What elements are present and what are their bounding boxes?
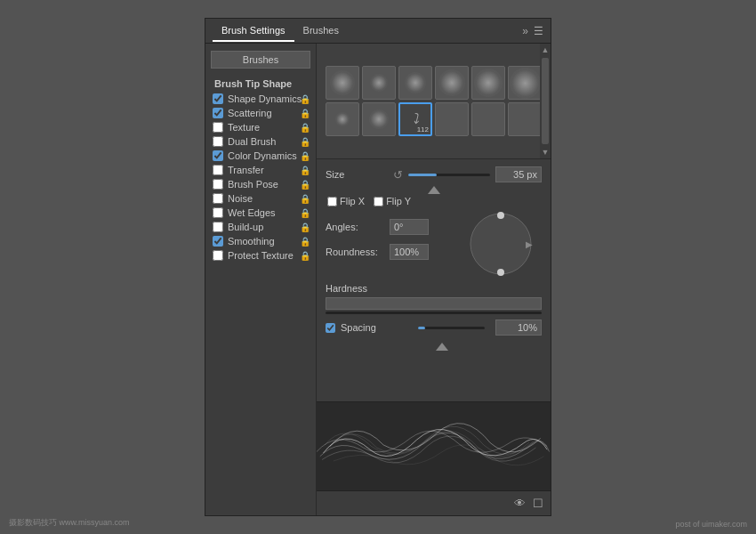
preview-scrollbar[interactable]: ▲ ▼ [540,44,551,158]
spacing-slider-track[interactable] [418,327,485,329]
menu-icon[interactable]: ☰ [534,25,543,37]
brush-cell-8[interactable] [362,102,396,136]
brush-cell-6[interactable] [508,66,542,100]
label-wet-edges: Wet Edges [228,207,310,218]
tab-brushes[interactable]: Brushes [294,20,348,42]
roundness-input[interactable] [390,244,429,260]
eye-icon[interactable]: 👁 [514,497,526,510]
spacing-checkbox[interactable] [326,323,335,333]
checkbox-shape-dynamics[interactable] [213,93,223,104]
label-smoothing: Smoothing [228,236,310,247]
sidebar: Brushes Brush Tip Shape Shape Dynamics 🔒… [205,44,317,515]
sidebar-item-smoothing[interactable]: Smoothing 🔒 [205,234,316,248]
spacing-label: Spacing [341,322,407,333]
spacing-triangle-container [342,341,542,351]
checkbox-texture[interactable] [213,122,223,133]
settings-area: Size ↺ [317,159,551,401]
label-noise: Noise [228,193,310,204]
size-triangle-up[interactable] [428,186,440,194]
checkbox-dual-brush[interactable] [213,136,223,147]
flip-x-checkbox[interactable] [327,197,337,206]
brush-panel: Brush Settings Brushes » ☰ Brushes Brush… [205,18,551,516]
lock-icon-noise: 🔒 [300,194,310,204]
scroll-up-arrow[interactable]: ▲ [540,44,551,56]
sidebar-item-wet-edges[interactable]: Wet Edges 🔒 [205,206,316,220]
spacing-value-input[interactable] [495,320,542,336]
scroll-down-arrow[interactable]: ▼ [540,146,551,158]
angles-input[interactable] [390,219,429,235]
sidebar-item-scattering[interactable]: Scattering 🔒 [205,106,316,120]
sidebar-item-noise[interactable]: Noise 🔒 [205,191,316,206]
angle-wheel[interactable]: ▶ [469,212,533,276]
sidebar-item-color-dynamics[interactable]: Color Dynamics 🔒 [205,149,316,163]
sidebar-item-texture[interactable]: Texture 🔒 [205,120,316,134]
scroll-thumb[interactable] [542,58,549,144]
size-slider-track[interactable] [408,174,490,176]
lock-icon-scattering: 🔒 [300,109,310,118]
checkbox-color-dynamics[interactable] [213,150,223,161]
brush-preview-area: ⤵ 112 ▲ ▼ [317,44,551,159]
brush-stroke-svg [317,402,551,490]
checkbox-build-up[interactable] [213,222,223,232]
flip-y-option[interactable]: Flip Y [374,196,411,206]
hardness-track[interactable] [326,312,542,314]
roundness-label: Roundness: [326,247,386,257]
panel-tabs: Brush Settings Brushes [213,20,522,42]
brush-cell-11[interactable] [471,102,505,136]
flip-x-option[interactable]: Flip X [327,196,365,206]
hardness-label: Hardness [326,283,542,294]
lock-icon-wet-edges: 🔒 [300,208,310,218]
checkbox-transfer[interactable] [213,165,223,175]
brush-cell-1[interactable] [326,66,359,100]
checkbox-protect-texture[interactable] [213,250,223,261]
expand-icon[interactable]: » [522,25,528,37]
label-brush-pose: Brush Pose [228,179,310,190]
lock-icon-dual-brush: 🔒 [300,137,310,147]
checkbox-scattering[interactable] [213,108,223,118]
spacing-triangle-up[interactable] [436,343,448,351]
hardness-input[interactable] [326,297,542,310]
brushes-button[interactable]: Brushes [211,51,310,69]
main-window: Brush Settings Brushes » ☰ Brushes Brush… [0,0,756,534]
size-label: Size [326,169,388,180]
bottom-toolbar: 👁 ☐ [317,490,551,515]
checkbox-smoothing[interactable] [213,236,223,247]
flip-row: Flip X Flip Y [327,196,542,206]
brush-cell-selected[interactable]: ⤵ 112 [398,102,432,136]
brush-cell-4[interactable] [435,66,469,100]
flip-y-checkbox[interactable] [374,197,383,206]
flip-x-label: Flip X [340,196,365,206]
size-reset-icon[interactable]: ↺ [393,168,403,182]
sidebar-item-shape-dynamics[interactable]: Shape Dynamics 🔒 [205,92,316,106]
checkbox-wet-edges[interactable] [213,207,223,218]
size-row: Size ↺ [326,166,542,182]
content-area: ⤵ 112 ▲ ▼ [317,44,551,515]
sidebar-item-brush-pose[interactable]: Brush Pose 🔒 [205,177,316,191]
brush-cell-3[interactable] [398,66,432,100]
sidebar-item-transfer[interactable]: Transfer 🔒 [205,163,316,177]
hardness-row: Hardness [326,283,542,314]
panel-header-actions: » ☰ [522,25,543,37]
brush-cell-5[interactable] [471,66,505,100]
size-value-input[interactable] [495,166,542,182]
watermark2: 摄影数码技巧 www.missyuan.com [9,517,130,529]
brush-cell-10[interactable] [435,102,469,136]
sidebar-item-build-up[interactable]: Build-up 🔒 [205,220,316,234]
angle-wheel-container: ▶ [469,212,533,278]
sidebar-section-header[interactable]: Brush Tip Shape [205,76,316,92]
tab-brush-settings[interactable]: Brush Settings [213,20,294,42]
brush-cell-12[interactable] [508,102,542,136]
checkbox-noise[interactable] [213,193,223,204]
brush-cell-2[interactable] [362,66,396,100]
brush-cell-7[interactable] [326,102,359,136]
lock-icon-build-up: 🔒 [300,222,310,232]
sidebar-item-dual-brush[interactable]: Dual Brush 🔒 [205,134,316,149]
checkbox-brush-pose[interactable] [213,179,223,190]
wheel-dot-top[interactable] [497,212,504,219]
wheel-dot-bottom[interactable] [497,269,504,276]
sidebar-item-protect-texture[interactable]: Protect Texture 🔒 [205,248,316,263]
brush-stroke-preview-area [317,401,551,490]
flip-y-label: Flip Y [386,196,411,206]
copy-icon[interactable]: ☐ [533,497,543,510]
angle-input-row: Angles: [326,219,429,235]
